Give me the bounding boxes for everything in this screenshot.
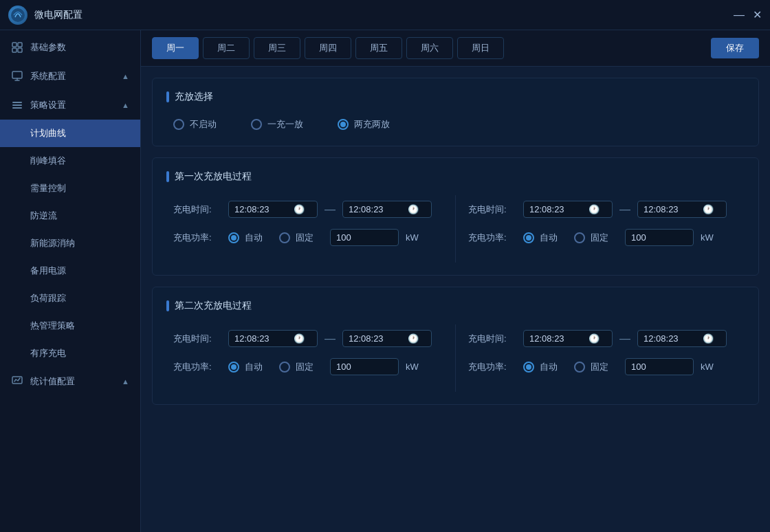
svg-rect-6 (12, 102, 22, 103)
first-right-power-input-wrap[interactable] (625, 229, 694, 246)
second-left-auto-radio[interactable]: 自动 (228, 361, 263, 373)
first-right-fixed-radio[interactable]: 固定 (574, 232, 608, 244)
main-content: 周一 周二 周三 周四 周五 周六 周日 保存 充放选择 不启动 (141, 30, 770, 532)
first-left-power-unit: kW (406, 232, 419, 243)
tab-thursday[interactable]: 周四 (305, 37, 351, 59)
second-left-fixed-radio[interactable]: 固定 (279, 361, 314, 373)
second-right-fixed-radio[interactable]: 固定 (574, 361, 608, 373)
minimize-button[interactable]: — (734, 10, 744, 20)
second-left-power-input-wrap[interactable] (330, 358, 399, 375)
second-right-time-start-wrap[interactable]: 🕐 (523, 330, 613, 347)
sidebar: 基础参数 系统配置 ▲ 策略设置 ▲ (0, 30, 141, 532)
first-left-power-input-wrap[interactable] (330, 229, 399, 246)
tab-tuesday[interactable]: 周二 (203, 37, 250, 59)
svg-rect-4 (18, 48, 22, 52)
first-left-power-input[interactable] (336, 232, 384, 243)
sidebar-sublabel-thermal: 热管理策略 (30, 320, 75, 331)
clock-icon-6: 🕐 (408, 333, 419, 344)
first-left-time-start-input[interactable] (234, 204, 289, 214)
sidebar-item-strategy[interactable]: 策略设置 ▲ (0, 91, 140, 120)
tab-sunday[interactable]: 周日 (457, 37, 504, 59)
first-left-fixed-radio[interactable]: 固定 (279, 232, 314, 244)
tab-wednesday[interactable]: 周三 (254, 37, 300, 59)
second-left-time-end-wrap[interactable]: 🕐 (342, 330, 432, 347)
tab-friday[interactable]: 周五 (355, 37, 402, 59)
first-right-auto-radio[interactable]: 自动 (523, 232, 558, 244)
sidebar-subitem-renewable[interactable]: 新能源消纳 (0, 230, 140, 257)
sidebar-item-system-config[interactable]: 系统配置 ▲ (0, 62, 140, 91)
second-right-time-end-input[interactable] (644, 333, 698, 344)
chevron-up-icon-2: ▲ (122, 101, 129, 109)
second-right-power-label: 充电功率: (468, 361, 516, 373)
tab-bar: 周一 周二 周三 周四 周五 周六 周日 保存 (141, 30, 770, 67)
radio-two-charge[interactable]: 两充两放 (338, 118, 390, 131)
sidebar-subitem-plan-curve[interactable]: 计划曲线 (0, 120, 140, 147)
second-process-section: 第二次充放电过程 充电时间: 🕐 — (152, 287, 759, 405)
first-right-time-end-wrap[interactable]: 🕐 (637, 201, 727, 218)
app-title: 微电网配置 (34, 9, 734, 21)
tab-monday[interactable]: 周一 (152, 37, 199, 59)
title-bar: 微电网配置 — ✕ (0, 0, 770, 30)
clock-icon-4: 🕐 (703, 204, 714, 214)
sidebar-subitem-peak-shaving[interactable]: 削峰填谷 (0, 147, 140, 175)
sidebar-subitem-thermal[interactable]: 热管理策略 (0, 312, 140, 340)
second-right-power-input[interactable] (631, 362, 679, 372)
first-right-power-label: 充电功率: (468, 232, 516, 244)
content-area: 充放选择 不启动 一充一放 两充两放 (141, 67, 770, 532)
first-right-time-start-wrap[interactable]: 🕐 (523, 201, 613, 218)
sidebar-label-system-config: 系统配置 (30, 70, 66, 82)
clock-icon-3: 🕐 (588, 204, 600, 214)
sidebar-sublabel-demand-control: 需量控制 (30, 183, 66, 193)
second-left-power-unit: kW (406, 362, 419, 372)
close-button[interactable]: ✕ (752, 10, 762, 20)
sidebar-item-stats-config[interactable]: 统计值配置 ▲ (0, 367, 140, 396)
first-left-time-end-input[interactable] (349, 204, 404, 214)
svg-rect-1 (12, 43, 16, 47)
first-process-right: 充电时间: 🕐 — 🕐 充电功率: (461, 195, 745, 263)
second-process-right: 充电时间: 🕐 — 🕐 充电功率: (461, 324, 745, 392)
dash-1: — (324, 203, 336, 216)
first-left-auto-radio[interactable]: 自动 (228, 232, 263, 244)
second-left-time-start-wrap[interactable]: 🕐 (228, 330, 318, 347)
chevron-up-icon-3: ▲ (122, 377, 129, 386)
strategy-icon (11, 99, 23, 111)
window-controls: — ✕ (734, 10, 762, 20)
first-right-time-row: 充电时间: 🕐 — 🕐 (468, 201, 738, 218)
first-left-time-end-wrap[interactable]: 🕐 (342, 201, 432, 218)
second-right-time-start-input[interactable] (529, 333, 584, 344)
radio-label-two-charge: 两充两放 (354, 118, 390, 131)
radio-circle-one-charge (251, 119, 262, 130)
radio-label-one-charge: 一充一放 (267, 118, 303, 131)
grid-icon (11, 41, 23, 54)
first-right-power-unit: kW (701, 232, 714, 243)
first-left-time-start-wrap[interactable]: 🕐 (228, 201, 318, 218)
second-right-time-end-wrap[interactable]: 🕐 (637, 330, 727, 347)
first-right-time-end-input[interactable] (644, 204, 698, 214)
sidebar-label-strategy: 策略设置 (30, 99, 66, 111)
second-left-power-label: 充电功率: (173, 361, 221, 373)
tab-saturday[interactable]: 周六 (406, 37, 453, 59)
second-left-power-input[interactable] (336, 362, 384, 372)
sidebar-subitem-load-tracking[interactable]: 负荷跟踪 (0, 285, 140, 312)
first-right-power-input[interactable] (631, 232, 679, 243)
second-left-time-start-input[interactable] (234, 333, 289, 344)
first-right-time-start-input[interactable] (529, 204, 584, 214)
second-right-auto-label: 自动 (540, 361, 558, 373)
first-process-title: 第一次充放电过程 (166, 170, 745, 183)
second-right-auto-radio[interactable]: 自动 (523, 361, 558, 373)
first-right-time-label: 充电时间: (468, 203, 516, 216)
second-process-left: 充电时间: 🕐 — 🕐 充电功率: (166, 324, 450, 392)
second-left-time-label: 充电时间: (173, 333, 221, 345)
radio-one-charge[interactable]: 一充一放 (251, 118, 303, 131)
second-right-power-input-wrap[interactable] (625, 358, 694, 375)
second-left-time-end-input[interactable] (349, 333, 404, 344)
sidebar-item-basic-params[interactable]: 基础参数 (0, 33, 140, 62)
sidebar-subitem-backup-power[interactable]: 备用电源 (0, 257, 140, 285)
sidebar-subitem-ordered-charge[interactable]: 有序充电 (0, 340, 140, 367)
save-button[interactable]: 保存 (711, 38, 759, 58)
sidebar-subitem-anti-backflow[interactable]: 防逆流 (0, 202, 140, 230)
second-right-fixed-label: 固定 (591, 361, 608, 373)
second-left-auto-circle (228, 362, 239, 373)
sidebar-subitem-demand-control[interactable]: 需量控制 (0, 175, 140, 202)
radio-no-start[interactable]: 不启动 (173, 118, 217, 131)
